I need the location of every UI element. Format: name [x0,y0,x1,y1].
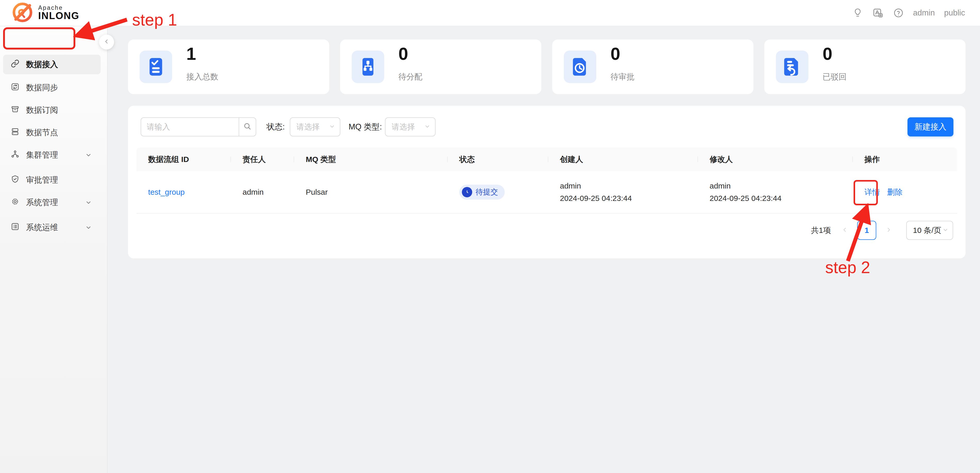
modifier-cell: admin 2024-09-25 04:23:44 [698,180,853,205]
stat-label: 接入总数 [186,71,218,82]
mq-type-filter-label: MQ 类型: [348,117,382,137]
clock-icon [462,187,472,197]
col-header-actions: 操作 [853,154,957,165]
chevron-right-icon [885,227,892,234]
step2-highlight-box [854,180,878,205]
sidebar-item-label: 数据接入 [26,59,58,70]
stat-card-total: 1 接入总数 [128,40,329,94]
sidebar-item-label: 集群管理 [26,149,58,160]
sidebar-item-label: 审批管理 [26,175,58,186]
sidebar-item-label: 数据同步 [26,82,58,93]
search-icon [243,122,252,132]
sync-icon [11,83,19,93]
username-menu[interactable]: admin [913,8,935,17]
search-button[interactable] [239,118,256,136]
col-header-status: 状态 [448,154,548,165]
mq-select-placeholder: 请选择 [392,122,415,132]
status-filter-label: 状态: [267,117,285,137]
next-page-button[interactable] [884,221,893,240]
stat-label: 待分配 [398,71,422,82]
modify-time: 2024-09-25 04:23:44 [710,192,853,205]
sidebar-item-system-management[interactable]: 系统管理 [3,193,101,212]
sidebar-item-data-sync[interactable]: 数据同步 [3,78,101,97]
sidebar-item-label: 数据节点 [26,127,58,138]
col-header-modifier: 修改人 [698,154,853,165]
language-icon[interactable] [872,7,884,19]
mq-type-select[interactable]: 请选择 [385,117,436,137]
chevron-left-icon [842,227,848,234]
creator-cell: admin 2024-09-25 04:23:44 [548,180,698,205]
group-table: 数据流组 ID 责任人 MQ 类型 状态 创建人 修改人 操作 test_gro… [137,148,957,214]
sidebar-item-label: 系统管理 [26,197,58,208]
stat-value: 0 [822,44,832,64]
step1-highlight-box [3,27,75,49]
brand-logo[interactable]: Apache INLONG [11,1,80,25]
sidebar-nav: 数据接入 数据同步 数据订阅 [0,26,108,473]
chevron-down-icon [424,122,430,131]
status-badge-label: 待提交 [476,187,498,197]
chevron-down-icon [329,122,335,131]
group-id-link[interactable]: test_group [148,188,185,196]
sidebar-item-data-ingestion[interactable]: 数据接入 [3,55,101,74]
org-chart-icon [352,51,384,83]
stat-value: 1 [186,44,196,64]
pagination: 共1项 1 10 条/页 [811,221,953,240]
stat-card-rejected: 0 已驳回 [764,40,966,94]
doc-clock-icon [564,51,596,83]
sidebar-item-approval-management[interactable]: 审批管理 [3,170,101,190]
gear-icon [11,197,19,208]
step1-annotation-text: step 1 [132,10,177,29]
chevron-down-icon [85,152,92,158]
pagination-total: 共1项 [811,225,831,236]
sidebar-collapse-button[interactable] [99,35,114,49]
stat-label: 已驳回 [822,71,846,82]
list-icon [11,222,19,233]
modifier-name: admin [710,180,853,192]
inlong-logo-icon [11,1,33,25]
link-icon [11,59,19,70]
archive-icon [11,105,19,116]
prev-page-button[interactable] [840,221,850,240]
cluster-icon [11,150,19,160]
group-list-panel: 状态: 请选择 MQ 类型: 请选择 新建接入 数据流组 ID 责任人 MQ 类… [128,106,966,259]
shield-check-icon [11,175,19,186]
table-row: test_group admin Pulsar 待提交 admin [137,171,957,214]
page-number-button[interactable]: 1 [857,221,876,240]
inlong-dashboard-page: Apache INLONG [0,0,980,473]
server-icon [11,127,19,138]
doc-return-icon [776,51,808,83]
clipboard-check-icon [140,51,172,83]
help-icon[interactable] [893,8,904,18]
table-header-row: 数据流组 ID 责任人 MQ 类型 状态 创建人 修改人 操作 [137,148,957,171]
top-right-menu: admin public [852,0,965,26]
page-size-select[interactable]: 10 条/页 [906,221,953,240]
status-badge: 待提交 [459,185,505,200]
sidebar-item-data-node[interactable]: 数据节点 [3,123,101,142]
mq-type-cell: Pulsar [294,188,448,197]
creator-name: admin [560,180,698,192]
delete-action-link[interactable]: 删除 [887,187,903,198]
chevron-down-icon [942,226,948,235]
create-ingestion-button[interactable]: 新建接入 [907,117,953,137]
stat-card-pending-approval: 0 待审批 [552,40,753,94]
create-time: 2024-09-25 04:23:44 [560,192,698,205]
stat-value: 0 [398,44,408,64]
chevron-left-icon [103,38,110,46]
tenant-menu[interactable]: public [944,8,965,17]
brand-apache-label: Apache [38,5,80,11]
sidebar-item-data-subscription[interactable]: 数据订阅 [3,100,101,120]
owner-cell: admin [231,188,294,197]
search-box [141,117,256,137]
col-header-mq-type: MQ 类型 [294,154,448,165]
chevron-down-icon [85,224,92,231]
status-select[interactable]: 请选择 [290,117,340,137]
col-header-group-id: 数据流组 ID [137,154,231,165]
brand-inlong-label: INLONG [38,11,80,21]
chevron-down-icon [85,199,92,206]
sidebar-item-cluster-management[interactable]: 集群管理 [3,145,101,165]
step2-annotation-text: step 2 [825,258,870,277]
status-select-placeholder: 请选择 [296,122,320,132]
lightbulb-icon[interactable] [852,8,863,18]
sidebar-item-system-operations[interactable]: 系统运维 [3,217,101,237]
search-input[interactable] [141,118,239,136]
